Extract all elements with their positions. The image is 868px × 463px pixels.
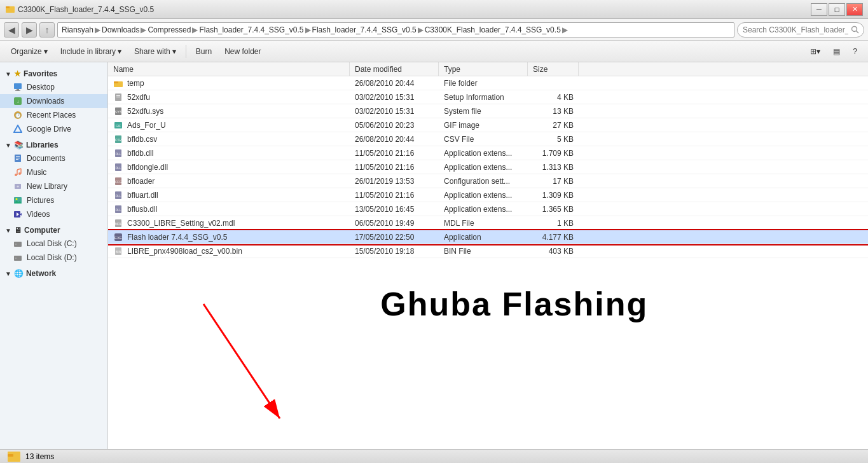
file-name: 52xdfu.sys [127,107,163,116]
table-row[interactable]: BIN LIBRE_pnx4908load_cs2_v00.bin 15/05/… [108,244,868,258]
table-row[interactable]: DLL bfldb.dll 11/05/2010 21:16 Applicati… [108,146,868,160]
window-title: C3300K_Flash_loader_7.4.4_SSG_v0.5 [18,5,154,14]
search-input[interactable] [737,22,864,38]
new-folder-button[interactable]: New folder [219,43,266,60]
view-toggle-button[interactable]: ⊞▾ [804,43,826,60]
network-label: Network [26,269,56,278]
file-size-cell: 17 KB [528,174,579,188]
file-size-cell: 5 KB [528,132,579,146]
table-row[interactable]: temp 26/08/2010 20:44 File folder [108,76,868,90]
title-bar-controls: ─ □ ✕ [811,3,863,16]
svg-point-22 [16,198,18,200]
file-name-cell: temp [108,76,350,90]
libraries-header[interactable]: ▼ 📚 Libraries [0,139,107,151]
title-bar: C3300K_Flash_loader_7.4.4_SSG_v0.5 ─ □ ✕ [0,0,868,19]
address-path[interactable]: Riansyah ▶ Downloads ▶ Compressed ▶ Flas… [57,22,734,38]
gdrive-icon [13,124,23,134]
sidebar-item-pictures[interactable]: Pictures [0,193,107,207]
file-name-cell: SYS 52xdfu.sys [108,104,350,118]
file-type-icon [113,78,123,88]
up-button[interactable]: ↑ [39,22,55,38]
table-row[interactable]: EXE Flash loader 7.4.4_SSG_v0.5 17/05/20… [108,230,868,244]
status-folder-icon [8,452,20,462]
file-date-cell: 17/05/2010 22:50 [350,230,439,244]
svg-line-18 [17,169,21,170]
file-type-icon: DLL [113,162,123,172]
file-date-cell: 15/05/2010 19:18 [350,244,439,258]
back-button[interactable]: ◀ [4,22,19,38]
table-row[interactable]: CFG bfloader 26/01/2019 13:53 Configurat… [108,174,868,188]
help-button[interactable]: ? [847,43,863,60]
favorites-section: ▼ ★ Favorites Desktop ↓ Downloads 🕐 [0,67,107,136]
burn-button[interactable]: Burn [190,43,217,60]
svg-text:CSV: CSV [115,138,122,142]
file-name-cell: CFG bfloader [108,174,350,188]
sidebar-item-desktop[interactable]: Desktop [0,80,107,94]
file-type-cell: Application extens... [439,160,528,174]
table-row[interactable]: CSV bfldb.csv 26/08/2010 20:44 CSV File … [108,132,868,146]
file-name: Ads_For_U [127,121,166,130]
table-row[interactable]: SYS 52xdfu.sys 03/02/2010 15:31 System f… [108,104,868,118]
svg-text:🕐: 🕐 [15,113,21,118]
file-date-cell: 06/05/2010 19:49 [350,216,439,230]
table-row[interactable]: DLL bflusb.dll 13/05/2010 16:45 Applicat… [108,202,868,216]
network-header[interactable]: ▼ 🌐 Network [0,267,107,280]
favorites-header[interactable]: ▼ ★ Favorites [0,67,107,80]
file-size-cell: 4.177 KB [528,230,579,244]
file-size-cell: 1.309 KB [528,188,579,202]
sidebar-item-local-disk-c[interactable]: Local Disk (C:) [0,237,107,251]
sidebar-item-recent[interactable]: 🕐 Recent Places [0,108,107,122]
maximize-button[interactable]: □ [829,3,845,16]
table-row[interactable]: 52xdfu 03/02/2010 15:31 Setup Informatio… [108,90,868,104]
file-size-cell: 403 KB [528,244,579,258]
table-row[interactable]: GIF Ads_For_U 05/06/2010 20:23 GIF image… [108,118,868,132]
table-row[interactable]: MDL C3300_LIBRE_Setting_v02.mdl 06/05/20… [108,216,868,230]
libraries-icon: 📚 [14,141,24,149]
preview-pane-button[interactable]: ▤ [827,43,846,60]
col-header-size[interactable]: Size [528,62,579,76]
organize-button[interactable]: Organize ▾ [5,43,53,60]
file-name-cell: DLL bflusb.dll [108,202,350,216]
sidebar-item-local-disk-c-label: Local Disk (C:) [27,239,77,248]
file-size-cell: 13 KB [528,104,579,118]
file-type-icon: DLL [113,204,123,214]
include-in-library-button[interactable]: Include in library ▾ [55,43,127,60]
downloads-icon: ↓ [13,96,23,106]
file-date-cell: 11/05/2010 21:16 [350,188,439,202]
recent-places-icon: 🕐 [13,110,23,120]
sidebar-item-music[interactable]: Music [0,165,107,179]
file-size-cell: 27 KB [528,118,579,132]
svg-text:MDL: MDL [115,222,122,226]
sidebar-item-gdrive[interactable]: Google Drive [0,122,107,136]
computer-header[interactable]: ▼ 🖥 Computer [0,224,107,237]
file-type-icon [113,92,123,102]
share-with-button[interactable]: Share with ▾ [128,43,182,60]
col-header-date[interactable]: Date modified [350,62,439,76]
desktop-icon [13,82,23,92]
file-date-cell: 03/02/2010 15:31 [350,90,439,104]
sidebar-item-new-library[interactable]: + New Library [0,179,107,193]
sidebar-item-downloads[interactable]: ↓ Downloads [0,94,107,108]
file-name: bfldongle.dll [127,163,168,172]
title-bar-left: C3300K_Flash_loader_7.4.4_SSG_v0.5 [5,4,154,15]
close-button[interactable]: ✕ [846,3,863,16]
svg-rect-3 [17,89,19,90]
file-name: Flash loader 7.4.4_SSG_v0.5 [127,233,227,242]
file-size-cell: 1 KB [528,216,579,230]
svg-text:DLL: DLL [115,194,121,198]
file-name: bflusb.dll [127,205,157,214]
sidebar-item-local-disk-d[interactable]: Local Disk (D:) [0,251,107,265]
minimize-button[interactable]: ─ [811,3,827,16]
table-row[interactable]: DLL bfldongle.dll 11/05/2010 21:16 Appli… [108,160,868,174]
col-header-type[interactable]: Type [439,62,528,76]
svg-rect-35 [116,97,120,97]
sidebar-item-videos[interactable]: Videos [0,207,107,221]
music-icon [13,167,23,177]
table-row[interactable]: DLL bfluart.dll 11/05/2010 21:16 Applica… [108,188,868,202]
file-date-cell: 26/08/2010 20:44 [350,76,439,90]
window-icon [5,4,15,15]
col-header-name[interactable]: Name [108,62,350,76]
forward-button[interactable]: ▶ [22,22,37,38]
sidebar-item-documents[interactable]: Documents [0,151,107,165]
new-library-icon: + [13,181,23,191]
